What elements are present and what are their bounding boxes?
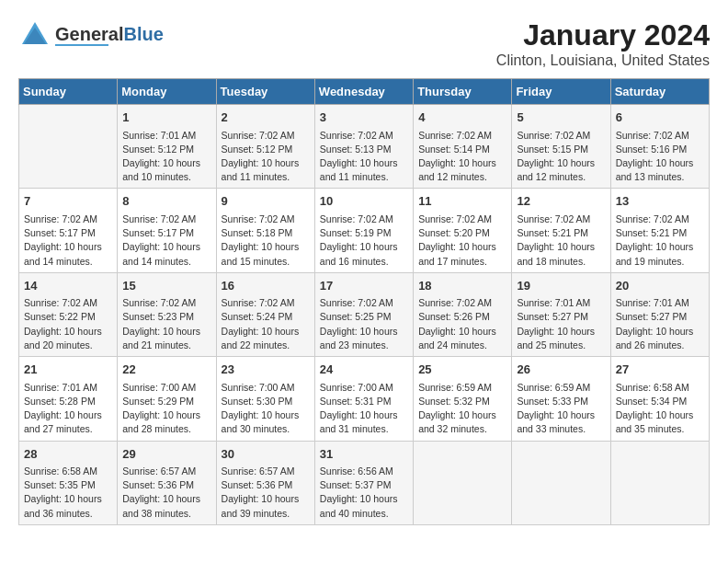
page-subtitle: Clinton, Louisiana, United States [496, 52, 710, 69]
sunset-text: Sunset: 5:30 PM [222, 395, 310, 408]
cell-content: Sunrise: 7:02 AMSunset: 5:19 PMDaylight:… [320, 213, 408, 269]
daylight-text: Daylight: 10 hours and 24 minutes. [418, 325, 506, 352]
day-number: 14 [24, 277, 112, 295]
sunset-text: Sunset: 5:36 PM [222, 478, 310, 492]
calendar-cell: 9Sunrise: 7:02 AMSunset: 5:18 PMDaylight… [216, 189, 314, 272]
day-number: 8 [122, 192, 210, 211]
daylight-text: Daylight: 10 hours and 26 minutes. [616, 325, 704, 352]
daylight-text: Daylight: 10 hours and 16 minutes. [320, 240, 408, 268]
title-block: January 2024 Clinton, Louisiana, United … [496, 18, 710, 69]
day-number: 9 [222, 192, 310, 211]
daylight-text: Daylight: 10 hours and 31 minutes. [320, 408, 408, 436]
sunrise-text: Sunrise: 7:00 AM [122, 381, 210, 395]
calendar-cell: 4Sunrise: 7:02 AMSunset: 5:14 PMDaylight… [414, 105, 512, 189]
logo-general: General [55, 24, 123, 44]
sunrise-text: Sunrise: 7:02 AM [222, 129, 310, 143]
sunset-text: Sunset: 5:24 PM [222, 310, 310, 324]
calendar-cell: 30Sunrise: 6:57 AMSunset: 5:36 PMDayligh… [216, 441, 314, 524]
day-number: 10 [320, 192, 408, 211]
calendar-cell [512, 441, 610, 524]
col-friday: Friday [512, 79, 610, 105]
calendar-cell: 16Sunrise: 7:02 AMSunset: 5:24 PMDayligh… [216, 272, 314, 356]
day-number: 31 [320, 445, 408, 464]
sunset-text: Sunset: 5:32 PM [418, 395, 506, 408]
sunrise-text: Sunrise: 7:02 AM [320, 213, 408, 226]
col-saturday: Saturday [610, 79, 709, 105]
sunrise-text: Sunrise: 7:02 AM [222, 213, 310, 226]
cell-content: Sunrise: 6:57 AMSunset: 5:36 PMDaylight:… [222, 465, 310, 521]
day-number: 2 [222, 109, 310, 127]
col-thursday: Thursday [414, 79, 512, 105]
sunrise-text: Sunrise: 7:01 AM [517, 296, 605, 310]
day-number: 30 [222, 445, 310, 464]
sunrise-text: Sunrise: 6:59 AM [517, 381, 605, 395]
sunrise-text: Sunrise: 7:02 AM [320, 129, 408, 143]
sunrise-text: Sunrise: 6:58 AM [24, 465, 112, 478]
sunset-text: Sunset: 5:22 PM [24, 310, 112, 324]
daylight-text: Daylight: 10 hours and 19 minutes. [616, 240, 704, 268]
cell-content: Sunrise: 7:02 AMSunset: 5:15 PMDaylight:… [517, 129, 605, 185]
sunset-text: Sunset: 5:12 PM [122, 143, 210, 156]
calendar-week-4: 28Sunrise: 6:58 AMSunset: 5:35 PMDayligh… [19, 441, 710, 524]
day-number: 27 [616, 361, 704, 379]
calendar-cell: 31Sunrise: 6:56 AMSunset: 5:37 PMDayligh… [314, 441, 413, 524]
sunset-text: Sunset: 5:33 PM [517, 395, 605, 408]
cell-content: Sunrise: 7:02 AMSunset: 5:26 PMDaylight:… [418, 296, 506, 352]
daylight-text: Daylight: 10 hours and 20 minutes. [24, 325, 112, 352]
calendar-cell: 7Sunrise: 7:02 AMSunset: 5:17 PMDaylight… [19, 189, 118, 272]
day-number: 18 [418, 277, 506, 295]
cell-content: Sunrise: 7:01 AMSunset: 5:27 PMDaylight:… [616, 296, 704, 352]
calendar-week-0: 1Sunrise: 7:01 AMSunset: 5:12 PMDaylight… [19, 105, 710, 189]
cell-content: Sunrise: 7:02 AMSunset: 5:13 PMDaylight:… [320, 129, 408, 185]
calendar-cell: 25Sunrise: 6:59 AMSunset: 5:32 PMDayligh… [414, 357, 512, 441]
sunrise-text: Sunrise: 7:00 AM [320, 381, 408, 395]
sunrise-text: Sunrise: 6:57 AM [222, 465, 310, 478]
sunrise-text: Sunrise: 7:02 AM [122, 296, 210, 310]
col-monday: Monday [118, 79, 216, 105]
day-number: 19 [517, 277, 605, 295]
page-header: GeneralBlue January 2024 Clinton, Louisi… [18, 18, 710, 69]
calendar-cell: 20Sunrise: 7:01 AMSunset: 5:27 PMDayligh… [610, 272, 709, 356]
daylight-text: Daylight: 10 hours and 14 minutes. [122, 240, 210, 268]
cell-content: Sunrise: 7:02 AMSunset: 5:23 PMDaylight:… [122, 296, 210, 352]
sunset-text: Sunset: 5:25 PM [320, 310, 408, 324]
calendar-cell: 22Sunrise: 7:00 AMSunset: 5:29 PMDayligh… [118, 357, 216, 441]
calendar-cell: 29Sunrise: 6:57 AMSunset: 5:36 PMDayligh… [118, 441, 216, 524]
sunset-text: Sunset: 5:17 PM [122, 226, 210, 240]
daylight-text: Daylight: 10 hours and 40 minutes. [320, 492, 408, 520]
calendar-cell: 5Sunrise: 7:02 AMSunset: 5:15 PMDaylight… [512, 105, 610, 189]
cell-content: Sunrise: 7:02 AMSunset: 5:20 PMDaylight:… [418, 213, 506, 269]
day-number: 13 [616, 192, 704, 211]
sunset-text: Sunset: 5:12 PM [222, 143, 310, 156]
calendar-cell: 28Sunrise: 6:58 AMSunset: 5:35 PMDayligh… [19, 441, 118, 524]
sunrise-text: Sunrise: 6:57 AM [122, 465, 210, 478]
daylight-text: Daylight: 10 hours and 32 minutes. [418, 408, 506, 436]
calendar-body: 1Sunrise: 7:01 AMSunset: 5:12 PMDaylight… [19, 105, 710, 525]
daylight-text: Daylight: 10 hours and 18 minutes. [517, 240, 605, 268]
cell-content: Sunrise: 7:02 AMSunset: 5:17 PMDaylight:… [122, 213, 210, 269]
page-title: January 2024 [496, 18, 710, 52]
sunrise-text: Sunrise: 7:02 AM [517, 213, 605, 226]
daylight-text: Daylight: 10 hours and 35 minutes. [616, 408, 704, 436]
sunset-text: Sunset: 5:29 PM [122, 395, 210, 408]
cell-content: Sunrise: 6:59 AMSunset: 5:32 PMDaylight:… [418, 381, 506, 437]
calendar-cell [610, 441, 709, 524]
daylight-text: Daylight: 10 hours and 14 minutes. [24, 240, 112, 268]
sunset-text: Sunset: 5:18 PM [222, 226, 310, 240]
daylight-text: Daylight: 10 hours and 12 minutes. [418, 156, 506, 184]
calendar-cell: 1Sunrise: 7:01 AMSunset: 5:12 PMDaylight… [118, 105, 216, 189]
calendar-cell: 10Sunrise: 7:02 AMSunset: 5:19 PMDayligh… [314, 189, 413, 272]
day-number: 4 [418, 109, 506, 127]
day-number: 22 [122, 361, 210, 379]
daylight-text: Daylight: 10 hours and 21 minutes. [122, 325, 210, 352]
daylight-text: Daylight: 10 hours and 11 minutes. [222, 156, 310, 184]
sunset-text: Sunset: 5:27 PM [517, 310, 605, 324]
sunset-text: Sunset: 5:19 PM [320, 226, 408, 240]
col-tuesday: Tuesday [216, 79, 314, 105]
calendar-table: Sunday Monday Tuesday Wednesday Thursday… [18, 78, 710, 525]
day-number: 17 [320, 277, 408, 295]
daylight-text: Daylight: 10 hours and 22 minutes. [222, 325, 310, 352]
daylight-text: Daylight: 10 hours and 10 minutes. [122, 156, 210, 184]
sunset-text: Sunset: 5:17 PM [24, 226, 112, 240]
day-number: 25 [418, 361, 506, 379]
